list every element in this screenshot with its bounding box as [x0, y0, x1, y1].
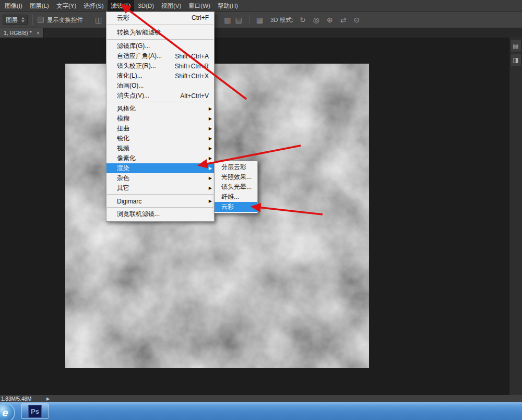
- panel-properties-icon[interactable]: ▤: [511, 40, 521, 52]
- menu-item-label: 风格化: [117, 104, 209, 113]
- submenu-arrow-icon: ▶: [209, 199, 212, 203]
- menu-item-shortcut: Alt+Ctrl+V: [180, 92, 209, 100]
- filter-menu: 云彩Ctrl+F转换为智能滤镜滤镜库(G)...自适应广角(A)...Shift…: [106, 11, 215, 222]
- render-submenu-item-3[interactable]: 纤维...: [215, 192, 257, 202]
- menubar-item-7[interactable]: 窗口(W): [185, 0, 214, 11]
- menubar-item-3[interactable]: 选择(S): [80, 0, 107, 11]
- submenu-arrow-icon: ▶: [209, 176, 212, 181]
- filter-menu-item-11[interactable]: 风格化▶: [106, 104, 214, 114]
- filter-menu-item-21[interactable]: Digimarc▶: [106, 196, 214, 206]
- render-submenu-item-0[interactable]: 分层云彩: [215, 162, 257, 172]
- submenu-arrow-icon: ▶: [209, 147, 212, 151]
- document-tab-title: 1, RGB/8) *: [4, 30, 32, 36]
- windows-taskbar: e Ps: [0, 402, 522, 420]
- submenu-arrow-icon: ▶: [209, 127, 212, 131]
- filter-menu-item-2[interactable]: 转换为智能滤镜: [106, 27, 214, 38]
- filter-menu-item-9[interactable]: 消失点(V)...Alt+Ctrl+V: [106, 91, 214, 101]
- filter-menu-item-5[interactable]: 自适应广角(A)...Shift+Ctrl+A: [106, 51, 214, 61]
- filter-menu-item-8[interactable]: 油画(O)...: [106, 81, 214, 91]
- 3d-roll-icon[interactable]: ◎: [311, 16, 322, 23]
- menu-item-label: 液化(L)...: [117, 71, 170, 80]
- render-submenu-item-2[interactable]: 镜头光晕...: [215, 182, 257, 192]
- menu-separator: [107, 207, 213, 208]
- 3d-mode-label: 3D 模式:: [270, 16, 293, 24]
- filter-menu-item-6[interactable]: 镜头校正(R)...Shift+Ctrl+R: [106, 61, 214, 71]
- show-transform-checkbox[interactable]: [38, 17, 44, 23]
- document-size-value: 1.83M/5.48M: [1, 396, 31, 402]
- filter-menu-item-13[interactable]: 扭曲▶: [106, 124, 214, 134]
- menu-separator: [107, 25, 213, 25]
- filter-menu-item-7[interactable]: 液化(L)...Shift+Ctrl+X: [106, 71, 214, 81]
- align-layers-icon[interactable]: ◫: [93, 16, 104, 24]
- status-expand-icon[interactable]: ▶: [46, 397, 50, 401]
- filter-menu-item-17[interactable]: 渲染▶: [106, 163, 214, 173]
- filter-menu-item-19[interactable]: 其它▶: [106, 183, 214, 193]
- show-transform-label: 显示变换控件: [47, 16, 83, 24]
- menu-item-label: 像素化: [117, 154, 209, 163]
- 3d-rotate-icon[interactable]: ↻: [298, 16, 308, 23]
- menu-separator: [107, 194, 213, 195]
- menu-item-label: 转换为智能滤镜: [117, 28, 209, 37]
- menubar-item-6[interactable]: 视图(V): [158, 0, 185, 11]
- menu-item-label: 其它: [117, 184, 209, 193]
- menu-item-label: 扭曲: [117, 124, 209, 133]
- menu-item-label: Digimarc: [117, 198, 209, 205]
- submenu-arrow-icon: ▶: [209, 186, 212, 190]
- submenu-arrow-icon: ▶: [209, 107, 212, 111]
- photoshop-taskbar-button[interactable]: Ps: [21, 403, 49, 419]
- filter-menu-item-14[interactable]: 锐化▶: [106, 134, 214, 143]
- menu-item-shortcut: Ctrl+F: [192, 14, 209, 21]
- menu-item-label: 滤镜库(G)...: [117, 42, 209, 51]
- submenu-arrow-icon: ▶: [209, 157, 212, 161]
- submenu-arrow-icon: ▶: [209, 166, 212, 171]
- menubar-item-5[interactable]: 3D(D): [134, 0, 158, 11]
- toolbar-divider: [32, 15, 33, 25]
- close-icon[interactable]: ×: [37, 30, 40, 36]
- 3d-drag-icon[interactable]: ⊕: [325, 16, 335, 23]
- align-horizontal-centers-icon[interactable]: ▤: [233, 16, 244, 23]
- auto-select-dropdown[interactable]: 图层: [3, 15, 28, 25]
- panel-dock: ▤◨: [509, 38, 522, 395]
- panel-info-icon[interactable]: ◨: [511, 54, 521, 66]
- menubar-item-0[interactable]: 图像(I): [1, 0, 26, 11]
- document-tab[interactable]: 1, RGB/8) * ×: [0, 28, 44, 38]
- internet-explorer-icon[interactable]: e: [0, 403, 15, 420]
- menubar-item-1[interactable]: 图层(L): [26, 0, 53, 11]
- menu-item-label: 自适应广角(A)...: [117, 52, 170, 61]
- filter-menu-item-16[interactable]: 像素化▶: [106, 153, 214, 163]
- menu-item-label: 消失点(V)...: [117, 91, 175, 100]
- filter-menu-item-4[interactable]: 滤镜库(G)...: [106, 41, 214, 51]
- render-submenu-item-1[interactable]: 光照效果...: [215, 172, 257, 182]
- menu-item-shortcut: Shift+Ctrl+R: [175, 63, 209, 70]
- 3d-camera-icon[interactable]: ⊙: [351, 16, 362, 23]
- menu-item-label: 云彩: [117, 14, 186, 22]
- menu-item-label: 渲染: [117, 164, 209, 173]
- menubar-item-4[interactable]: 滤镜(T): [108, 0, 135, 11]
- render-submenu-item-4[interactable]: 云彩: [215, 202, 257, 212]
- filter-menu-item-12[interactable]: 模糊▶: [106, 114, 214, 124]
- 3d-slide-icon[interactable]: ⇄: [338, 16, 349, 23]
- menu-item-label: 模糊: [117, 114, 209, 123]
- filter-menu-item-15[interactable]: 视频▶: [106, 143, 214, 153]
- menu-item-label: 油画(O)...: [117, 81, 209, 90]
- menubar-item-8[interactable]: 帮助(H): [214, 0, 242, 11]
- menu-item-label: 视频: [117, 144, 209, 153]
- filter-menu-item-23[interactable]: 浏览联机滤镜...: [106, 209, 214, 219]
- menubar-item-2[interactable]: 文字(Y): [53, 0, 80, 11]
- filter-menu-item-18[interactable]: 杂色▶: [106, 173, 214, 183]
- toolbar-divider: [88, 15, 88, 25]
- render-submenu: 分层云彩光照效果...镜头光晕...纤维...云彩: [214, 161, 258, 213]
- status-bar: 1.83M/5.48M ▶: [0, 395, 522, 402]
- workspace: ▤◨: [0, 38, 522, 395]
- menu-item-shortcut: Shift+Ctrl+X: [175, 73, 209, 80]
- distribute-layers-icon[interactable]: ▦: [254, 16, 265, 24]
- menu-item-label: 锐化: [117, 134, 209, 143]
- options-bar: 图层 显示变换控件 ◫ ▥▤ ▦ 3D 模式: ↻◎⊕⇄⊙: [0, 12, 522, 28]
- chevron-up-down-icon: [21, 17, 25, 22]
- document-tab-bar: 1, RGB/8) * ×: [0, 28, 522, 38]
- menu-bar: 图像(I)图层(L)文字(Y)选择(S)滤镜(T)3D(D)视图(V)窗口(W)…: [0, 0, 522, 12]
- auto-select-value: 图层: [6, 16, 18, 24]
- align-vertical-centers-icon[interactable]: ▥: [222, 16, 233, 23]
- submenu-arrow-icon: ▶: [209, 117, 212, 121]
- filter-menu-item-0[interactable]: 云彩Ctrl+F: [106, 12, 214, 23]
